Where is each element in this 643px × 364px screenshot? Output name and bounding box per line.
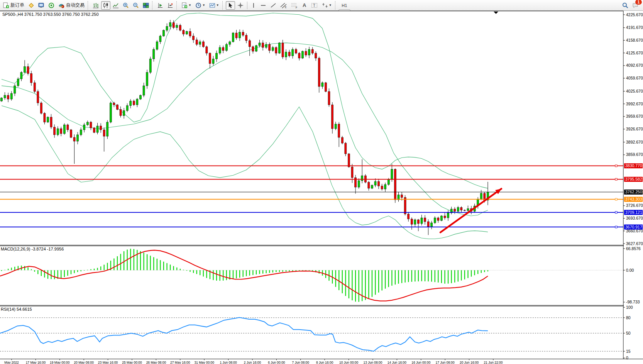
candle-body-up [467, 208, 469, 210]
arrows-tool-button[interactable]: ▼ [320, 1, 333, 10]
candle-body-up [391, 169, 393, 179]
vertical-line-tool-button[interactable] [249, 1, 258, 10]
arrow-shapes-icon [322, 2, 328, 8]
time-tick-label: 17 May 16:00 [26, 361, 46, 364]
zoom-in-button[interactable] [121, 1, 130, 10]
candle-body-down [328, 91, 330, 105]
candle-body-up [447, 213, 449, 218]
hline-handle[interactable] [615, 198, 617, 200]
template-button[interactable]: ▼ [208, 1, 221, 10]
hline-handle[interactable] [615, 212, 617, 213]
candle-body-down [315, 53, 317, 58]
bar-chart-button[interactable] [91, 1, 100, 10]
new-order-button[interactable]: 新订单 [1, 1, 26, 10]
chat-button[interactable]: 1 [631, 1, 640, 10]
hline-handle[interactable] [615, 226, 617, 228]
gold-tool-button[interactable] [27, 1, 36, 10]
candle-body-down [173, 22, 174, 27]
toolbar-separator [176, 1, 178, 10]
candle-body-down [120, 110, 122, 116]
search-button[interactable] [621, 1, 630, 10]
price-line-label: 3795.582 [625, 177, 642, 181]
candle-body-down [235, 33, 237, 38]
candle-body-down [338, 124, 340, 137]
text-label-tool-button[interactable]: T [310, 1, 320, 10]
candle-body-up [384, 185, 386, 189]
candle-body-down [54, 127, 56, 135]
candle-body-up [123, 111, 125, 116]
candle-body-down [249, 41, 250, 47]
price-line-label: 3709.121 [625, 210, 642, 215]
price-tick-label: 3627.670 [626, 241, 643, 246]
time-tick-label: 25 May 00:00 [122, 361, 142, 364]
toolbar-separator [247, 2, 247, 9]
candle-body-up [166, 26, 168, 30]
time-tick-label: 19 May 00:00 [50, 361, 70, 364]
cursor-tool-button[interactable] [226, 1, 235, 10]
vertical-line-icon [251, 2, 256, 8]
candlestick-chart-button[interactable] [101, 1, 110, 10]
new-chart-button[interactable]: ▼ [180, 1, 193, 10]
candle-body-down [437, 218, 439, 220]
candle-body-up [149, 59, 151, 73]
candle-body-down [193, 36, 195, 40]
candle-body-down [348, 154, 350, 167]
auto-scroll-button[interactable] [156, 1, 165, 10]
period-button[interactable]: ▼ [194, 1, 207, 10]
trendline-tool-button[interactable] [269, 1, 278, 10]
crosshair-tool-button[interactable] [236, 1, 245, 10]
chevron-down-icon: ▼ [329, 3, 332, 7]
candle-body-up [358, 181, 360, 187]
hline-handle[interactable] [615, 165, 617, 167]
candle-body-down [50, 117, 52, 127]
candle-body-down [73, 137, 75, 141]
candle-body-down [378, 181, 380, 186]
candle-body-down [368, 182, 370, 188]
svg-text:E: E [285, 6, 287, 8]
time-tick-label: 13 Jun 08:00 [363, 361, 382, 364]
candle-body-up [232, 33, 234, 42]
candle-body-up [285, 52, 287, 57]
candle-body-down [408, 214, 409, 219]
price-tick-label: 3926.670 [626, 127, 643, 131]
fibonacci-tool-button[interactable]: F [289, 1, 300, 10]
candle-body-down [242, 32, 244, 35]
toolbar-separator [335, 1, 337, 10]
candle-body-up [63, 125, 65, 134]
horizontal-line-tool-button[interactable] [259, 1, 268, 10]
candle-body-down [427, 222, 429, 227]
candle-body-up [126, 106, 128, 111]
autotrade-button[interactable]: 自动交易 [57, 1, 86, 10]
time-tick-label: 8 Jun 16:00 [316, 361, 333, 364]
candle-body-down [351, 167, 353, 178]
candle-body-up [146, 72, 148, 86]
candle-body-up [225, 44, 227, 51]
candle-body-down [424, 218, 426, 222]
candlestick-chart-icon [103, 2, 109, 8]
market-watch-button[interactable] [37, 1, 46, 10]
timeframe-H1[interactable]: H1 [338, 1, 350, 10]
chart-shift-button[interactable] [166, 1, 175, 10]
chart-area[interactable]: 4225.6704191.6704158.6704125.6704092.670… [0, 11, 643, 364]
candle-body-up [10, 93, 12, 99]
signals-button[interactable] [47, 1, 56, 10]
fibonacci-icon: F [291, 2, 298, 8]
candle-body-down [179, 25, 181, 30]
candle-body-up [143, 86, 145, 95]
line-chart-button[interactable] [111, 1, 120, 10]
candle-body-down [183, 30, 184, 34]
crosshair-icon [237, 2, 244, 8]
candle-body-up [414, 220, 416, 224]
zoom-out-button[interactable] [131, 1, 140, 10]
candle-body-up [216, 53, 218, 59]
price-tick-label: 4092.670 [626, 63, 643, 68]
svg-text:T: T [313, 3, 315, 8]
channel-tool-button[interactable]: E [279, 1, 289, 10]
tile-windows-button[interactable] [141, 1, 151, 10]
candle-body-up [47, 117, 49, 122]
candle-body-down [206, 47, 208, 53]
time-tick-label: 6 Jun 00:00 [268, 361, 285, 364]
text-tool-button[interactable]: A [300, 1, 309, 10]
hline-handle[interactable] [615, 178, 617, 180]
time-tick-label: 16 Jun 00:00 [411, 361, 430, 364]
